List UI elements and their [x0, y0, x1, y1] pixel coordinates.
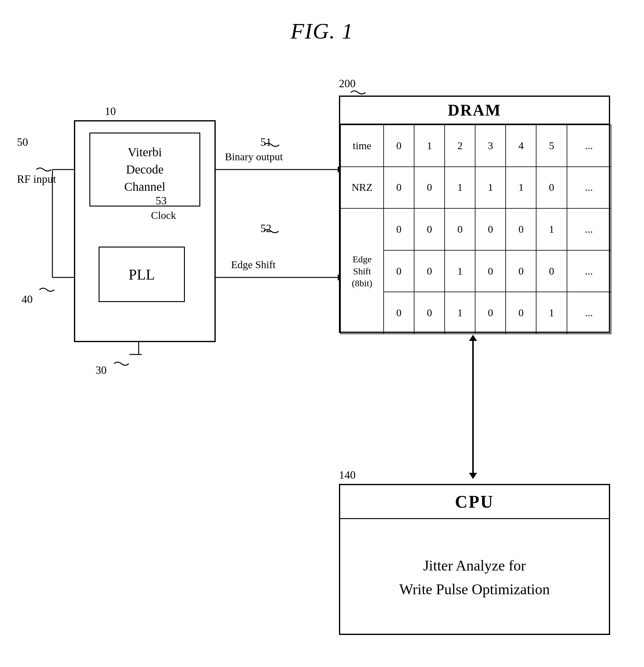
pll-box: PLL	[99, 247, 185, 302]
label-52: 52	[260, 222, 271, 235]
page-title: FIG. 1	[0, 0, 644, 44]
binary-output-label: Binary output	[225, 151, 283, 163]
label-51: 51	[260, 136, 271, 149]
dram-header: DRAM	[340, 97, 609, 125]
dram-grid: time 0 1 2 3 4 5 ... NRZ 0 0 1 1 1 0 ...	[340, 125, 611, 334]
label-53: 53	[155, 194, 167, 207]
label-200: 200	[339, 77, 356, 90]
dram-block: DRAM time 0 1 2 3 4 5 ... NRZ 0 0 1 1 1	[339, 96, 610, 333]
label-50: 50	[17, 136, 28, 149]
cpu-header: CPU	[340, 485, 609, 519]
label-30: 30	[96, 364, 106, 377]
cpu-body: Jitter Analyze forWrite Pulse Optimizati…	[340, 519, 609, 636]
edge-shift-label: Edge Shift	[231, 259, 276, 271]
label-140: 140	[339, 469, 356, 482]
cpu-block: CPU Jitter Analyze forWrite Pulse Optimi…	[339, 484, 610, 635]
label-10: 10	[105, 105, 116, 118]
svg-marker-18	[469, 473, 477, 479]
clock-label: Clock	[151, 210, 176, 221]
viterbi-box: Viterbi Decode Channel	[89, 132, 200, 207]
label-40: 40	[21, 293, 33, 306]
svg-marker-17	[469, 335, 477, 341]
rf-input-label: RF input	[17, 173, 56, 185]
